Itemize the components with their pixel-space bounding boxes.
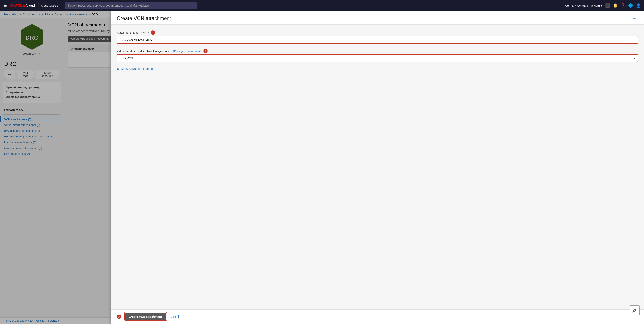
globe-icon[interactable]: 🌐: [628, 3, 633, 8]
user-icon[interactable]: 👤: [636, 3, 640, 8]
create-vcn-attachment-button[interactable]: Create VCN attachment: [124, 313, 166, 320]
svg-rect-2: [632, 308, 637, 313]
step-3-badge: 3: [117, 314, 121, 319]
attachment-name-group: Attachment name Optional 1: [117, 30, 638, 44]
help-widget[interactable]: [630, 305, 640, 316]
attachment-name-label-text: Attachment name: [117, 31, 138, 34]
oracle-logo: ORACLE Cloud: [10, 4, 35, 8]
sliders-icon: ⚙: [117, 67, 120, 70]
console-icon[interactable]: ⬛: [605, 3, 610, 8]
step-2-badge: 2: [203, 49, 208, 53]
vcn-label-row: Virtual cloud network in IwanHoogendoorn…: [117, 49, 638, 53]
vcn-compartment-name: IwanHoogendoorn: [147, 50, 171, 53]
vcn-select[interactable]: HUB-VCN: [117, 55, 638, 62]
attachment-name-input[interactable]: [117, 36, 638, 44]
step-1-badge: 1: [151, 30, 155, 35]
change-compartment-link[interactable]: (Change compartment): [173, 50, 202, 53]
help-link[interactable]: Help: [632, 17, 638, 20]
optional-label: Optional: [140, 31, 150, 34]
vcn-select-wrapper: HUB-VCN ▾: [117, 54, 638, 62]
help-icon[interactable]: ❓: [620, 3, 625, 8]
region-name: Germany Central (Frankfurt): [565, 4, 600, 7]
header: ☰ ORACLE Cloud Cloud Classic › Germany C…: [0, 0, 644, 11]
menu-icon[interactable]: ☰: [4, 3, 7, 8]
panel-header: Create VCN attachment Help: [111, 11, 644, 24]
advanced-options-label: Show Advanced options: [121, 67, 152, 70]
panel-title: Create VCN attachment: [117, 15, 171, 21]
panel-footer: 3 Create VCN attachment Cancel: [111, 309, 644, 323]
cloud-classic-button[interactable]: Cloud Classic ›: [38, 3, 62, 8]
slide-panel: Create VCN attachment Help Attachment na…: [111, 11, 644, 323]
advanced-options-link[interactable]: ⚙ Show Advanced options: [117, 67, 638, 70]
cloud-text: Cloud: [26, 4, 35, 8]
vcn-selector-group: Virtual cloud network in IwanHoogendoorn…: [117, 49, 638, 62]
region-chevron-icon: ▾: [601, 4, 602, 7]
panel-body: Attachment name Optional 1 Virtual cloud…: [111, 24, 644, 309]
oracle-text: ORACLE: [10, 4, 25, 8]
vcn-label-prefix: Virtual cloud network in: [117, 50, 145, 53]
cancel-button[interactable]: Cancel: [170, 315, 179, 318]
search-input[interactable]: [65, 2, 197, 9]
bell-icon[interactable]: 🔔: [613, 3, 618, 8]
header-right: Germany Central (Frankfurt) ▾ ⬛ 🔔 ❓ 🌐 👤: [565, 3, 640, 8]
attachment-name-label: Attachment name Optional 1: [117, 30, 638, 35]
region-selector[interactable]: Germany Central (Frankfurt) ▾: [565, 4, 602, 7]
help-widget-icon: [632, 307, 638, 313]
